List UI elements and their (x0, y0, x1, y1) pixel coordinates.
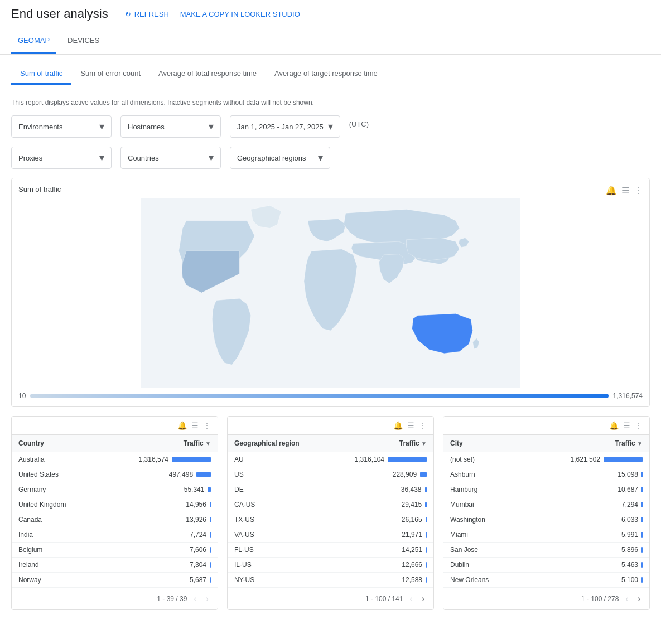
row-col1: NY-US (228, 573, 326, 588)
row-col1: Mumbai (443, 497, 522, 512)
sub-tabs: Sum of traffic Sum of error count Averag… (11, 55, 650, 85)
bar-cell: 1,316,104 (333, 456, 427, 463)
countries-filter-icon[interactable]: ☰ (191, 421, 199, 430)
scale-max: 1,316,574 (613, 392, 643, 400)
filter-row-2: Proxies ▾ Countries ▾ Geographical regio… (11, 147, 650, 169)
georegions-col2-header[interactable]: Traffic ▼ (326, 435, 433, 452)
proxies-filter[interactable]: Proxies ▾ (11, 147, 112, 169)
row-value: 7,304 (190, 561, 206, 569)
bar-cell: 5,896 (528, 546, 643, 554)
map-actions: 🔔 ☰ ⋮ (606, 185, 643, 196)
map-title: Sum of traffic (18, 185, 643, 193)
tab-geomap[interactable]: GEOMAP (11, 28, 56, 54)
traffic-bar (210, 562, 211, 568)
table-row: CA-US29,415 (228, 497, 433, 512)
more-icon[interactable]: ⋮ (634, 185, 643, 196)
cities-pagination: 1 - 100 / 278 (581, 595, 619, 603)
cities-more-icon[interactable]: ⋮ (635, 421, 643, 430)
table-row: TX-US26,165 (228, 512, 433, 527)
scale-min: 10 (18, 392, 26, 400)
row-value: 5,100 (621, 576, 638, 584)
cities-prev-btn[interactable]: ‹ (623, 593, 630, 605)
table-row: DE36,438 (228, 482, 433, 497)
row-value: 7,294 (621, 501, 638, 509)
traffic-bar (426, 532, 427, 538)
row-col2: 7,294 (522, 497, 649, 512)
traffic-bar (208, 487, 211, 492)
countries-arrow: ▾ (209, 152, 214, 164)
traffic-bar (641, 502, 643, 507)
row-value: 497,498 (169, 471, 193, 478)
app-title: End user analysis (11, 7, 108, 21)
utc-label: (UTC) (349, 115, 369, 138)
table-row: Norway5,687 (12, 573, 218, 588)
row-value: 15,098 (617, 471, 638, 478)
bar-cell: 55,341 (104, 486, 211, 493)
cities-bell-icon[interactable]: 🔔 (609, 421, 619, 430)
countries-col2-header[interactable]: Traffic ▼ (98, 435, 218, 452)
row-col1: Belgium (12, 543, 98, 558)
proxies-label: Proxies (18, 154, 42, 162)
traffic-bar (641, 532, 643, 538)
bar-cell: 5,687 (104, 576, 211, 584)
app-header: End user analysis ↻ REFRESH MAKE A COPY … (0, 0, 661, 28)
bar-cell: 14,251 (333, 546, 427, 554)
georegions-prev-btn[interactable]: ‹ (407, 593, 414, 605)
subtab-error-count[interactable]: Sum of error count (71, 64, 149, 85)
bar-cell: 14,956 (104, 501, 211, 509)
row-value: 1,316,104 (355, 456, 384, 463)
countries-next-btn[interactable]: › (204, 593, 211, 605)
cities-next-btn[interactable]: › (635, 593, 643, 605)
georegions-data-table: Geographical region Traffic ▼ AU1,316,10… (228, 435, 433, 588)
cities-filter-icon[interactable]: ☰ (623, 421, 630, 430)
table-row: US228,909 (228, 467, 433, 482)
subtab-total-response[interactable]: Average of total response time (149, 64, 266, 85)
cities-col1-header: City (443, 435, 522, 452)
subtab-sum-traffic[interactable]: Sum of traffic (11, 64, 71, 85)
hostnames-filter[interactable]: Hostnames ▾ (120, 115, 221, 138)
refresh-button[interactable]: ↻ REFRESH (125, 10, 169, 18)
row-value: 5,687 (190, 576, 206, 584)
row-col1: US (228, 467, 326, 482)
countries-prev-btn[interactable]: ‹ (191, 593, 199, 605)
daterange-filter[interactable]: Jan 1, 2025 - Jan 27, 2025 ▾ (230, 115, 340, 138)
georegions-filter[interactable]: Geographical regions ▾ (230, 147, 330, 169)
georegions-filter-icon[interactable]: ☰ (407, 421, 414, 430)
subtab-target-response[interactable]: Average of target response time (266, 64, 387, 85)
row-value: 21,971 (402, 531, 422, 539)
table-row: Germany55,341 (12, 482, 218, 497)
georegions-bell-icon[interactable]: 🔔 (393, 421, 403, 430)
countries-more-icon[interactable]: ⋮ (203, 421, 211, 430)
georegions-next-btn[interactable]: › (419, 593, 427, 605)
row-col2: 5,687 (98, 573, 218, 588)
table-row: FL-US14,251 (228, 543, 433, 558)
georegions-table-card: 🔔 ☰ ⋮ Geographical region Traffic ▼ AU1,… (227, 416, 434, 610)
countries-bell-icon[interactable]: 🔔 (177, 421, 187, 430)
environments-arrow: ▾ (99, 120, 104, 133)
traffic-bar (641, 547, 643, 553)
countries-filter[interactable]: Countries ▾ (120, 147, 221, 169)
countries-col1-header: Country (12, 435, 98, 452)
row-col2: 12,588 (326, 573, 433, 588)
row-col2: 29,415 (326, 497, 433, 512)
row-value: 36,438 (401, 486, 422, 493)
bar-cell: 6,033 (528, 516, 643, 524)
scale-bar (30, 394, 608, 398)
bell-icon[interactable]: 🔔 (606, 185, 617, 196)
environments-filter[interactable]: Environments ▾ (11, 115, 112, 138)
tab-devices[interactable]: DEVICES (61, 28, 106, 54)
bar-cell: 7,724 (104, 531, 211, 539)
bar-cell: 7,606 (104, 546, 211, 554)
filter-row-1: Environments ▾ Hostnames ▾ Jan 1, 2025 -… (11, 115, 650, 138)
bar-cell: 5,100 (528, 576, 643, 584)
table-row: Ireland7,304 (12, 558, 218, 573)
traffic-bar (425, 502, 427, 507)
row-col1: CA-US (228, 497, 326, 512)
cities-col2-header[interactable]: Traffic ▼ (522, 435, 649, 452)
bar-cell: 29,415 (333, 501, 427, 509)
copy-button[interactable]: MAKE A COPY IN LOOKER STUDIO (180, 10, 300, 18)
row-col1: (not set) (443, 452, 522, 467)
filter-icon[interactable]: ☰ (621, 185, 629, 196)
row-col1: Canada (12, 512, 98, 527)
georegions-more-icon[interactable]: ⋮ (419, 421, 427, 430)
